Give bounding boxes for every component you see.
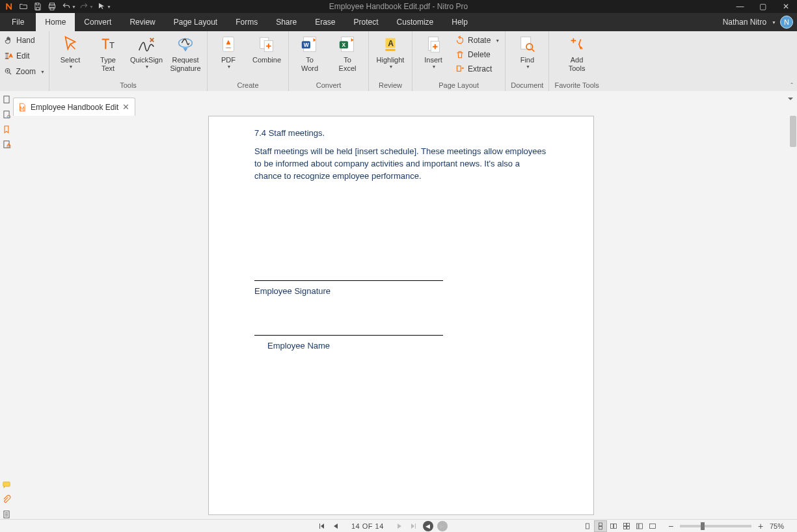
hand-tool[interactable]: Hand (4, 34, 45, 47)
extract-icon (455, 64, 465, 73)
signature-line-1 (254, 280, 443, 281)
ribbon-group-create: PDF▼ Combine Create (208, 31, 289, 91)
tab-erase[interactable]: Erase (306, 13, 344, 31)
quicksign-icon (136, 34, 157, 55)
zoom-out-icon[interactable]: − (667, 521, 675, 531)
tab-forms[interactable]: Forms (226, 13, 267, 31)
first-page-icon[interactable] (316, 521, 327, 531)
next-page-icon[interactable] (394, 521, 405, 531)
security-icon[interactable] (2, 140, 11, 149)
svg-rect-43 (649, 524, 655, 528)
ribbon-group-review: A Highlight▼ Review (369, 31, 412, 91)
select-button[interactable]: Select▼ (55, 34, 86, 70)
side-panel-strip (0, 91, 13, 519)
svg-rect-23 (521, 37, 531, 49)
last-page-icon[interactable] (409, 521, 419, 531)
highlight-button[interactable]: A Highlight▼ (374, 34, 407, 70)
select-tool-icon[interactable] (95, 0, 108, 13)
page-thumbnails-icon[interactable] (2, 95, 11, 104)
excel-icon: X (337, 34, 358, 55)
rotate-icon (455, 36, 465, 45)
svg-rect-19 (386, 49, 396, 51)
menu-file[interactable]: File (0, 13, 36, 31)
add-tools-button[interactable]: Add Tools (561, 34, 593, 72)
rotate-button[interactable]: Rotate▼ (455, 34, 500, 47)
edit-tool[interactable]: A Edit (4, 49, 45, 62)
maximize-icon[interactable]: ▢ (751, 0, 774, 13)
quick-tools: Hand A Edit Zoom▼ (0, 31, 49, 91)
comments-icon[interactable] (2, 480, 11, 489)
undo-icon[interactable] (60, 0, 73, 13)
save-icon[interactable] (31, 0, 44, 13)
tab-convert[interactable]: Convert (75, 13, 120, 31)
window-title: Employee Handbook Edit.pdf - Nitro Pro (329, 2, 468, 11)
app-logo-icon[interactable] (3, 0, 16, 13)
document-tab-title: Employee Handbook Edit (31, 103, 118, 112)
hand-icon (4, 36, 13, 45)
to-excel-button[interactable]: X To Excel (332, 34, 363, 72)
quicksign-button[interactable]: QuickSign▼ (130, 34, 163, 70)
view-continuous-icon[interactable] (594, 520, 607, 532)
delete-button[interactable]: Delete (455, 48, 500, 61)
word-icon: W (299, 34, 320, 55)
ribbon-collapse-icon[interactable]: ˆ (790, 82, 793, 90)
print-icon[interactable] (46, 0, 59, 13)
svg-rect-3 (7, 53, 8, 59)
menu-bar: File Home Convert Review Page Layout For… (0, 13, 797, 31)
minimize-icon[interactable]: — (729, 0, 751, 13)
view-fullscreen-icon[interactable] (646, 520, 659, 532)
tab-share[interactable]: Share (267, 13, 306, 31)
tab-page-layout[interactable]: Page Layout (165, 13, 226, 31)
svg-text:A: A (9, 53, 12, 58)
svg-text:W: W (304, 42, 309, 48)
type-text-button[interactable]: T Type Text (92, 34, 124, 72)
zoom-tool[interactable]: Zoom▼ (4, 65, 45, 78)
tab-strip: Employee Handbook Edit ✕ (13, 91, 797, 116)
view-facing-continuous-icon[interactable] (620, 520, 633, 532)
user-avatar-icon[interactable]: N (780, 16, 793, 29)
tab-help[interactable]: Help (442, 13, 477, 31)
bookmark-ribbon-icon[interactable] (2, 125, 11, 134)
svg-rect-42 (639, 524, 643, 529)
redo-icon[interactable] (77, 0, 90, 13)
document-viewport[interactable]: 7.4 Staff meetings. Staff meetings will … (13, 116, 789, 519)
view-thumbnails-icon[interactable] (633, 520, 646, 532)
select-cursor-icon (60, 34, 81, 55)
tab-review[interactable]: Review (120, 13, 164, 31)
close-icon[interactable]: ✕ (774, 0, 797, 13)
next-view-icon[interactable]: ▶ (437, 521, 448, 531)
open-icon[interactable] (17, 0, 30, 13)
request-signature-button[interactable]: Request Signature (169, 34, 202, 72)
view-single-icon[interactable] (581, 520, 594, 532)
extract-button[interactable]: Extract (455, 62, 500, 75)
zoom-in-icon[interactable]: + (757, 521, 764, 531)
tab-customize[interactable]: Customize (388, 13, 443, 31)
to-word-button[interactable]: W To Word (294, 34, 325, 72)
svg-rect-28 (4, 141, 9, 148)
tab-home[interactable]: Home (36, 13, 75, 31)
view-mode-switcher (581, 520, 659, 532)
user-name-label[interactable]: Nathan Nitro (723, 18, 766, 27)
zoom-level-label: 75% (770, 522, 784, 530)
zoom-slider[interactable] (680, 525, 751, 527)
prev-page-icon[interactable] (331, 521, 341, 531)
svg-rect-29 (7, 145, 10, 148)
document-tab[interactable]: Employee Handbook Edit ✕ (13, 98, 135, 116)
insert-button[interactable]: Insert▼ (418, 34, 449, 70)
prev-view-icon[interactable]: ◀ (423, 521, 433, 531)
pdf-button[interactable]: PDF▼ (213, 34, 244, 70)
tab-protect[interactable]: Protect (345, 13, 388, 31)
layers-icon[interactable] (2, 510, 11, 519)
ribbon-group-page-layout: Insert▼ Rotate▼ Delete Extract Page Layo… (412, 31, 506, 91)
view-facing-icon[interactable] (607, 520, 620, 532)
find-button[interactable]: Find▼ (511, 34, 543, 70)
tab-close-icon[interactable]: ✕ (122, 102, 129, 112)
svg-rect-26 (4, 111, 9, 118)
svg-rect-36 (614, 524, 616, 528)
svg-rect-25 (4, 96, 9, 103)
svg-rect-34 (599, 526, 602, 529)
bookmarks-icon[interactable] (2, 110, 11, 119)
combine-button[interactable]: Combine (250, 34, 283, 64)
vertical-scrollbar[interactable] (789, 116, 797, 519)
attachments-icon[interactable] (2, 495, 11, 504)
